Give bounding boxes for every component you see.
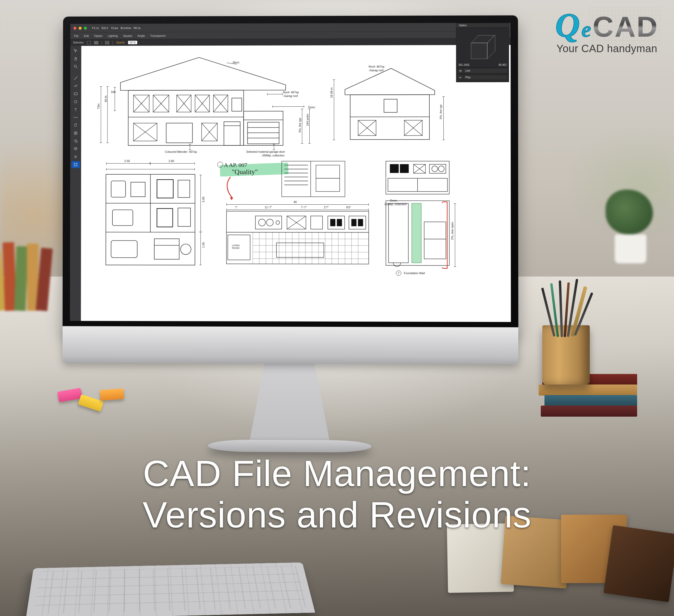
side-open-dim: 2%, doe open — [451, 222, 454, 240]
opacity-label: Opacity — [116, 41, 125, 44]
svg-rect-56 — [157, 209, 173, 227]
dim-73m: 73m — [97, 103, 100, 109]
svg-rect-93 — [311, 216, 323, 229]
mac-menu-window[interactable]: Window — [121, 26, 131, 30]
window-minimize-icon[interactable] — [79, 27, 82, 29]
svg-point-87 — [258, 219, 265, 226]
desktop-monitor: File Edit View Window Help ☁ Tue 4:58 PM… — [63, 15, 519, 333]
svg-point-3 — [75, 156, 76, 157]
dim-85th: 85 th — [104, 96, 107, 102]
circle-tool-icon[interactable] — [72, 98, 80, 105]
side-roof-2: -Garag roof — [368, 69, 383, 72]
zoom-tool-icon[interactable] — [72, 63, 80, 70]
option-3d-view[interactable]: 381.2455 88.462 — [456, 28, 509, 68]
dim-side-5: 164 prdm — [306, 114, 309, 126]
link-icon[interactable]: ⧉ — [458, 69, 463, 73]
mac-titlebar: File Edit View Window Help ☁ Tue 4:58 PM… — [70, 23, 511, 32]
svg-line-82 — [253, 245, 368, 246]
app-menu-angle[interactable]: Angle — [137, 34, 145, 37]
svg-point-88 — [266, 219, 273, 226]
stair-plan-drawing — [280, 160, 346, 199]
app-menu-edit[interactable]: Edit — [84, 34, 89, 37]
svg-rect-57 — [178, 208, 191, 226]
line-tool-icon[interactable] — [72, 75, 80, 82]
foundation-key-icon: 7 — [396, 271, 401, 276]
svg-rect-46 — [384, 99, 397, 112]
bucket-tool-icon[interactable] — [71, 138, 80, 144]
snap-tool-icon[interactable] — [72, 130, 80, 137]
orange-eraser — [100, 389, 124, 401]
door-note-1: Selected material garage door — [246, 150, 285, 153]
svg-point-119 — [438, 166, 444, 172]
svg-rect-58 — [111, 240, 137, 258]
mac-menu-help[interactable]: Help — [134, 26, 141, 29]
dim-117: 11'-7" — [264, 206, 272, 209]
svg-rect-53 — [157, 180, 173, 198]
app-menu-square[interactable]: Square — [123, 34, 132, 37]
active-tool-icon[interactable] — [71, 161, 80, 168]
svg-rect-28 — [166, 123, 193, 143]
mac-menu-file[interactable]: File — [92, 26, 99, 30]
settings-tool-icon[interactable] — [71, 153, 80, 160]
dim-45: 45' — [294, 200, 297, 204]
svg-rect-113 — [400, 164, 409, 173]
selection-swatch-2[interactable] — [94, 41, 99, 44]
logo-letter-e: e — [582, 17, 591, 42]
svg-rect-6 — [243, 111, 283, 145]
side-elevation-drawing — [330, 61, 444, 148]
side-dim-1608: 16.08 m — [330, 87, 333, 98]
dim-27: 2'7" — [324, 206, 329, 209]
red-bracket-icon — [442, 201, 449, 270]
app-menu-lighting[interactable]: Lighting — [108, 34, 118, 37]
annotation-bubble-icon — [217, 162, 223, 168]
link-button[interactable]: Link — [464, 69, 507, 73]
polyline-tool-icon[interactable] — [72, 82, 80, 89]
hand-tool-icon[interactable] — [72, 55, 80, 62]
view-cube-icon[interactable] — [471, 35, 495, 59]
svg-point-118 — [432, 166, 438, 172]
option-panel-tab[interactable]: Option — [456, 23, 509, 28]
svg-rect-62 — [226, 211, 368, 264]
opacity-value[interactable]: 54 % — [128, 41, 137, 44]
rotate-tool-icon[interactable] — [72, 122, 80, 129]
drawing-canvas[interactable]: -Stoct Roof- 407sp -Garag roof Oven. 73m… — [81, 45, 511, 322]
svg-rect-96 — [337, 219, 342, 226]
svg-rect-59 — [154, 239, 179, 260]
mac-menu-view[interactable]: View — [111, 26, 118, 30]
text-tool-icon[interactable] — [72, 106, 80, 113]
svg-rect-124 — [412, 203, 421, 263]
toolbar-swatch-3[interactable] — [105, 41, 109, 44]
dim-250: 2.50 — [124, 159, 130, 163]
cursor-tool-icon[interactable] — [72, 47, 80, 54]
svg-line-84 — [253, 259, 368, 259]
window-close-icon[interactable] — [74, 27, 76, 29]
dim-150: 1.50 — [202, 242, 205, 248]
headline-line-1: CAD File Management: — [0, 453, 674, 494]
app-menu-transparent[interactable]: Transparent — [150, 34, 165, 37]
svg-point-2 — [75, 100, 77, 103]
app-menu-option[interactable]: Option — [94, 34, 102, 37]
desk-plant — [600, 190, 658, 264]
svg-rect-99 — [358, 219, 363, 226]
svg-point-61 — [181, 244, 191, 255]
svg-rect-123 — [388, 203, 408, 263]
selection-swatch[interactable] — [87, 41, 91, 44]
play-icon[interactable]: ▸ — [458, 75, 463, 79]
render-note: Coloured Blender- 407sp — [165, 150, 197, 153]
dimension-tool-icon[interactable] — [72, 114, 80, 121]
readout-left: 381.2455 — [458, 64, 469, 66]
rectangle-tool-icon[interactable] — [72, 90, 80, 97]
layers-tool-icon[interactable] — [71, 145, 80, 152]
mac-menu-edit[interactable]: Edit — [102, 26, 108, 30]
side-dim-right: 5%, the rge — [439, 104, 442, 119]
dim-300: 3.00 — [202, 197, 205, 202]
window-zoom-icon[interactable] — [84, 27, 87, 29]
readout-right: 88.462 — [499, 64, 507, 66]
play-button[interactable]: Play — [464, 75, 507, 79]
option-panel[interactable]: Option 381.2455 88.462 ⧉ Link ▸ Pl — [456, 23, 509, 82]
pen-cup — [535, 298, 595, 385]
svg-rect-1 — [74, 93, 78, 95]
dim-77: 7'-7" — [301, 206, 307, 209]
svg-point-0 — [74, 65, 76, 67]
app-menu-file[interactable]: File — [74, 34, 79, 37]
